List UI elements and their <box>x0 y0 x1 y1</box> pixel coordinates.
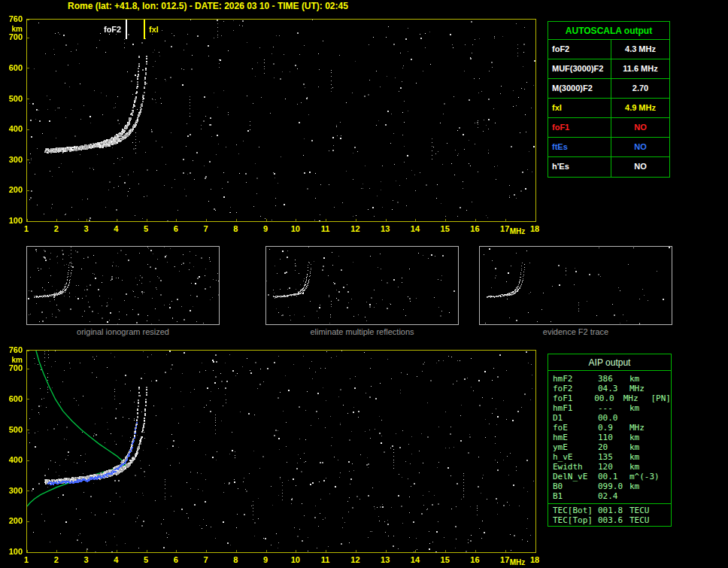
aip-row: hmF2386km <box>553 374 671 384</box>
aip-row-label: TEC[Top] <box>553 515 598 525</box>
aip-row-unit <box>629 491 660 501</box>
autoscala-row-hes: h'Es NO <box>548 157 669 177</box>
aip-row-label: foE <box>553 423 598 433</box>
aip-row-extra <box>660 374 671 384</box>
aip-row-unit: km <box>629 433 660 442</box>
aip-row-label: DelN_vE <box>553 472 598 481</box>
autoscala-value: 4.9 MHz <box>611 99 669 117</box>
autoscala-row-m3000f2: M(3000)F2 2.70 <box>548 79 669 99</box>
aip-row-value: 003.6 <box>598 515 629 525</box>
x-tick-label: 2 <box>48 555 65 564</box>
aip-row-value: 02.4 <box>598 491 629 501</box>
x-tick-label: 4 <box>108 224 124 233</box>
thumbnail-caption: original ionogram resized <box>26 327 220 336</box>
aip-row-unit: km <box>629 452 660 462</box>
y-tick-label: 300 <box>2 486 23 495</box>
aip-row-label: B0 <box>553 481 598 491</box>
aip-row: foF100.0MHz[PN] <box>553 393 671 403</box>
x-tick-label: 1 <box>18 224 35 233</box>
fxi-marker-label: fxI <box>149 25 159 34</box>
aip-row-unit: TECU <box>629 506 660 515</box>
autoscala-title: AUTOSCALA output <box>548 22 669 40</box>
aip-row: foF204.3MHz <box>553 384 671 393</box>
aip-row-label: Ewidth <box>553 462 598 472</box>
aip-row-value: 135 <box>598 452 629 462</box>
y-axis-unit: km <box>2 356 23 365</box>
aip-separator <box>548 503 671 504</box>
aip-row-value: 04.3 <box>598 384 629 393</box>
x-tick-label: 10 <box>287 224 304 233</box>
autoscala-label: MUF(3000)F2 <box>548 59 611 78</box>
x-tick-label: 14 <box>407 555 423 564</box>
autoscala-label: h'Es <box>548 157 611 177</box>
y-tick-label: 700 <box>2 363 23 372</box>
x-tick-label: 1 <box>18 555 35 564</box>
aip-row-value: 120 <box>598 462 629 472</box>
aip-row: D100.0 <box>553 413 671 423</box>
x-tick-label: 7 <box>198 224 214 233</box>
y-tick-label: 760 <box>2 345 23 354</box>
y-tick-label: 200 <box>2 185 23 194</box>
y-tick-label: 760 <box>2 14 23 23</box>
aip-row-extra <box>660 413 671 423</box>
aip-rows: hmF2386kmfoF204.3MHzfoF100.0MHz[PN]hmF1-… <box>548 371 671 525</box>
fof2-marker-label: foF2 <box>104 25 121 34</box>
aip-row-unit: km <box>629 403 660 413</box>
thumbnail-eliminate-reflections <box>265 246 459 325</box>
aip-row-value: 099.0 <box>598 481 629 491</box>
thumbnail-evidence-f2 <box>479 246 672 325</box>
y-tick-label: 600 <box>2 63 23 72</box>
aip-panel: AIP output hmF2386kmfoF204.3MHzfoF100.0M… <box>548 354 672 527</box>
x-tick-label: 10 <box>287 555 304 564</box>
thumbnail-original-canvas <box>27 247 219 324</box>
aip-row-extra <box>660 442 671 452</box>
aip-row-label: hmE <box>553 433 598 442</box>
autoscala-value: 4.3 MHz <box>611 40 669 59</box>
aip-row-extra <box>660 403 671 413</box>
aip-row-unit: TECU <box>629 515 660 525</box>
autoscala-row-fxi: fxI 4.9 MHz <box>548 99 669 118</box>
main-ionogram-canvas <box>27 20 535 221</box>
aip-row-value: 00.0 <box>598 413 629 423</box>
x-tick-label: 3 <box>78 555 95 564</box>
aip-row-unit: km <box>629 462 660 472</box>
aip-row-unit: MHz <box>623 393 651 403</box>
x-tick-label: 3 <box>78 224 95 233</box>
aip-row-unit: km <box>629 442 660 452</box>
aip-row-unit: km <box>629 374 660 384</box>
aip-row-extra <box>660 423 671 433</box>
y-tick-label: 400 <box>2 455 23 464</box>
page-title: Rome (lat: +41.8, lon: 012.5) - DATE: 20… <box>68 1 348 11</box>
x-tick-label: 2 <box>48 224 65 233</box>
aip-row-label: D1 <box>553 413 598 423</box>
x-tick-label: 11 <box>317 224 334 233</box>
x-tick-label: 5 <box>138 224 154 233</box>
aip-row-unit: m^(-3) <box>629 472 660 481</box>
x-tick-label: 6 <box>168 224 184 233</box>
y-tick-label: 500 <box>2 425 23 434</box>
aip-row-extra: [PN] <box>651 393 672 403</box>
autoscala-value: NO <box>611 157 669 177</box>
x-tick-label: 14 <box>407 224 423 233</box>
aip-row: ymE20km <box>553 442 671 452</box>
autoscala-value: NO <box>611 138 669 156</box>
x-tick-label: 18 <box>526 224 543 233</box>
x-tick-label: 8 <box>227 555 244 564</box>
x-tick-label: 16 <box>466 224 483 233</box>
aip-row-extra <box>660 515 671 525</box>
autoscala-panel: AUTOSCALA output foF2 4.3 MHz MUF(3000)F… <box>548 21 670 178</box>
x-tick-label: 9 <box>257 555 274 564</box>
x-tick-label: 8 <box>227 224 244 233</box>
y-tick-label: 200 <box>2 516 23 525</box>
x-tick-label: 12 <box>347 224 363 233</box>
aip-row: h_vE135km <box>553 452 671 462</box>
x-tick-label: 15 <box>437 555 453 564</box>
aip-row-unit <box>629 413 660 423</box>
x-tick-label: 5 <box>138 555 154 564</box>
x-tick-label: 11 <box>317 555 334 564</box>
x-tick-label: 9 <box>257 224 274 233</box>
x-axis-unit: MHz <box>507 227 528 236</box>
aip-row: hmE110km <box>553 433 671 442</box>
aip-row: B102.4 <box>553 491 671 501</box>
aip-row-extra <box>660 481 671 491</box>
